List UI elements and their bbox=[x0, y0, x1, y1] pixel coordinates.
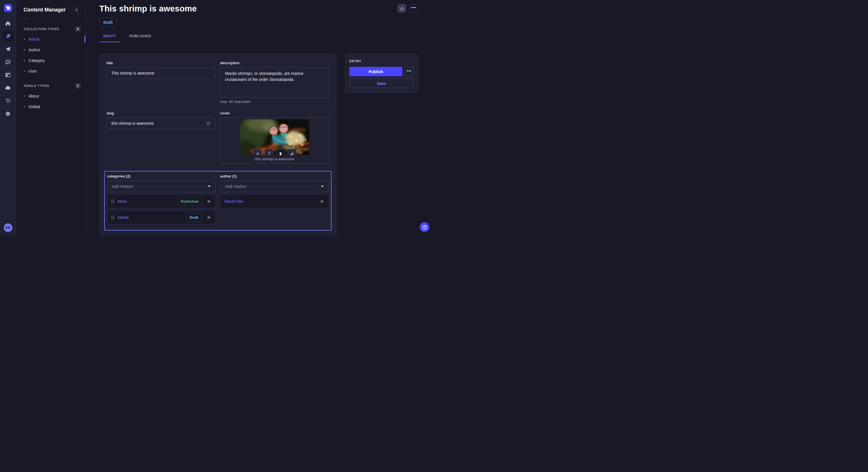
entry-panel-title: ENTRY bbox=[349, 59, 414, 63]
cover-actions bbox=[253, 149, 297, 155]
title-value: This shrimp is awesome bbox=[112, 71, 154, 75]
question-mark-icon bbox=[422, 225, 427, 230]
chevron-down-icon bbox=[321, 186, 324, 187]
more-options-button[interactable]: ••• bbox=[409, 4, 418, 12]
cover-copy-link-button[interactable] bbox=[265, 149, 274, 155]
drag-handle-icon[interactable] bbox=[112, 216, 114, 220]
description-textarea[interactable]: Mantis shrimps, or stomatopods, are mari… bbox=[220, 67, 329, 98]
sidebar-item-label: About bbox=[28, 94, 39, 98]
plus-icon bbox=[255, 152, 260, 156]
collection-types-count-badge: 4 bbox=[75, 26, 81, 32]
entry-more-options-button[interactable]: ••• bbox=[405, 67, 414, 76]
categories-label: categories (2) bbox=[107, 174, 216, 178]
cover-caption: this-shrimp-is-awesome bbox=[255, 157, 294, 161]
bullet-dot bbox=[24, 96, 25, 97]
relation-status-badge: Published bbox=[177, 197, 202, 206]
categories-add-relation-select[interactable]: Add relation bbox=[107, 181, 216, 192]
cover-delete-button[interactable] bbox=[276, 149, 285, 155]
author-add-relation-select[interactable]: Add relation bbox=[220, 181, 329, 192]
remove-relation-button[interactable] bbox=[206, 215, 211, 220]
relation-link[interactable]: David Doe bbox=[224, 199, 243, 204]
slug-label: slug bbox=[106, 111, 216, 115]
close-icon bbox=[207, 216, 211, 220]
relation-row-david-doe: David Doe bbox=[220, 194, 329, 208]
field-categories: categories (2) Add relation news Publish… bbox=[107, 174, 216, 224]
drag-handle-icon[interactable] bbox=[112, 200, 114, 203]
relation-link[interactable]: nature bbox=[117, 215, 129, 220]
media-library-icon[interactable] bbox=[2, 56, 14, 68]
bullet-dot bbox=[24, 60, 25, 61]
field-cover: cover bbox=[220, 111, 329, 164]
ellipsis-icon: ••• bbox=[407, 69, 412, 74]
close-icon bbox=[207, 200, 211, 203]
version-tabs: DRAFT PUBLISHED bbox=[99, 34, 418, 42]
download-button[interactable] bbox=[398, 4, 406, 12]
tab-draft[interactable]: DRAFT bbox=[99, 34, 120, 42]
send-icon[interactable] bbox=[2, 43, 14, 55]
bullet-dot bbox=[24, 106, 25, 107]
sidebar-item-label: Author bbox=[28, 47, 40, 52]
cover-edit-button[interactable] bbox=[287, 149, 297, 155]
bullet-dot bbox=[24, 49, 25, 50]
layout-icon[interactable] bbox=[2, 69, 14, 80]
bullet-dot bbox=[24, 71, 25, 72]
sidebar-item-about[interactable]: About bbox=[16, 91, 85, 101]
cover-label: cover bbox=[220, 111, 329, 115]
main-nav-rail: KD bbox=[0, 0, 16, 236]
sidebar-item-user[interactable]: User bbox=[16, 66, 85, 76]
search-button[interactable] bbox=[72, 6, 81, 14]
relation-link[interactable]: news bbox=[117, 199, 127, 204]
trash-icon bbox=[278, 152, 283, 156]
home-icon[interactable] bbox=[2, 18, 14, 29]
sidebar-item-global[interactable]: Global bbox=[16, 101, 85, 112]
content-manager-feather-icon[interactable] bbox=[2, 30, 14, 42]
tab-published[interactable]: PUBLISHED bbox=[125, 34, 156, 42]
settings-gear-icon[interactable] bbox=[2, 108, 14, 119]
bullet-dot bbox=[24, 39, 25, 40]
title-label: title bbox=[106, 61, 216, 65]
subnav-title: Content Manager bbox=[24, 7, 66, 13]
sidebar-item-label: Category bbox=[28, 58, 45, 63]
sidebar-item-category[interactable]: Category bbox=[16, 55, 85, 66]
field-title: title This shrimp is awesome bbox=[106, 61, 216, 104]
section-label-collection-types: COLLECTION TYPES bbox=[24, 27, 59, 31]
save-button[interactable]: Save bbox=[349, 78, 414, 88]
relation-status-badge: Draft bbox=[186, 213, 202, 222]
sidebar-item-article[interactable]: Article bbox=[16, 34, 85, 44]
search-icon bbox=[74, 8, 79, 12]
close-icon bbox=[320, 200, 324, 203]
title-input[interactable]: This shrimp is awesome bbox=[106, 67, 216, 79]
publish-button[interactable]: Publish bbox=[349, 67, 402, 76]
download-icon bbox=[400, 6, 404, 11]
help-button[interactable] bbox=[420, 222, 429, 232]
cart-icon[interactable] bbox=[2, 95, 14, 106]
sidebar-item-author[interactable]: Author bbox=[16, 44, 85, 55]
entry-panel: ENTRY Publish ••• Save bbox=[345, 54, 418, 93]
regenerate-icon[interactable] bbox=[206, 121, 211, 126]
categories-placeholder: Add relation bbox=[112, 184, 133, 189]
cover-image-mantis-shrimp bbox=[240, 119, 309, 155]
cover-add-button[interactable] bbox=[253, 149, 262, 155]
sidebar-item-label: User bbox=[28, 69, 37, 73]
author-label: author (1) bbox=[220, 174, 329, 178]
cloud-icon[interactable] bbox=[2, 82, 14, 94]
field-slug: slug this-shrimp-is-awesome bbox=[106, 111, 216, 164]
sidebar-item-label: Global bbox=[28, 104, 40, 109]
slug-input[interactable]: this-shrimp-is-awesome bbox=[106, 117, 216, 129]
main-content: This shrimp is awesome ••• Draft DRAFT P… bbox=[86, 0, 434, 236]
remove-relation-button[interactable] bbox=[319, 199, 324, 204]
field-description: description Mantis shrimps, or stomatopo… bbox=[220, 61, 329, 104]
user-avatar[interactable]: KD bbox=[4, 224, 12, 232]
slug-value: this-shrimp-is-awesome bbox=[112, 121, 206, 126]
link-icon bbox=[267, 152, 271, 156]
sidebar-item-label: Article bbox=[28, 37, 40, 42]
remove-relation-button[interactable] bbox=[206, 199, 211, 204]
content-manager-subnav: Content Manager COLLECTION TYPES 4 Artic… bbox=[16, 0, 86, 236]
strapi-logo[interactable] bbox=[4, 4, 12, 12]
status-badge: Draft bbox=[99, 18, 117, 27]
author-placeholder: Add relation bbox=[225, 184, 247, 189]
page-title: This shrimp is awesome bbox=[99, 4, 197, 13]
chevron-down-icon bbox=[208, 186, 211, 187]
rail-divider bbox=[0, 16, 16, 16]
cover-asset-box: this-shrimp-is-awesome bbox=[220, 117, 329, 164]
